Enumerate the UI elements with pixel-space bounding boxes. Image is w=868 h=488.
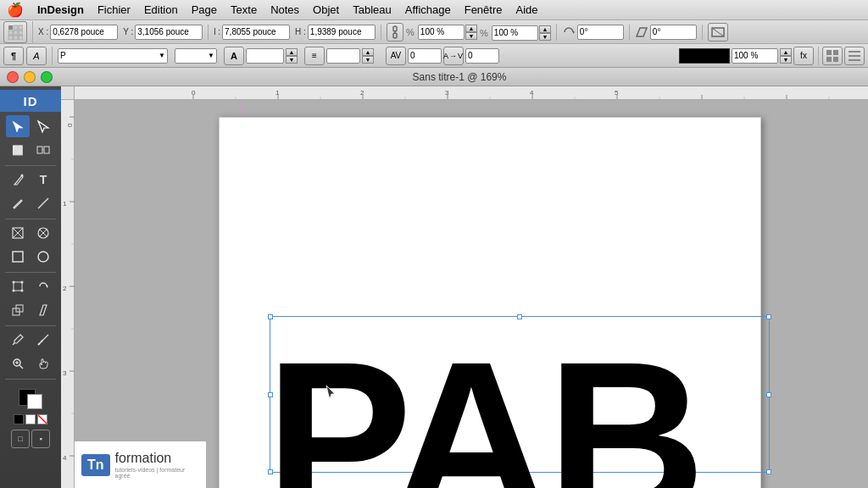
apply-none[interactable] bbox=[37, 414, 47, 424]
free-transform-tool[interactable] bbox=[6, 275, 30, 297]
fx-button[interactable]: fx bbox=[793, 47, 814, 65]
preview-mode-button[interactable]: ▪ bbox=[31, 430, 50, 448]
svg-line-47 bbox=[38, 343, 40, 345]
y-label: Y : bbox=[123, 27, 133, 36]
tool-row-10 bbox=[6, 352, 55, 374]
menu-notes[interactable]: Notes bbox=[264, 0, 306, 19]
large-text-content: PAB bbox=[265, 329, 702, 488]
svg-point-26 bbox=[21, 175, 24, 177]
h-label: H : bbox=[295, 27, 306, 36]
menu-aide[interactable]: Aide bbox=[509, 0, 545, 19]
ellipse-tool[interactable] bbox=[31, 246, 55, 268]
shear-tool[interactable] bbox=[31, 299, 55, 321]
transform-origin-button[interactable] bbox=[3, 21, 27, 43]
hand-tool[interactable] bbox=[31, 352, 55, 374]
menu-edition[interactable]: Edition bbox=[137, 0, 185, 19]
handle-middle-right[interactable] bbox=[766, 392, 771, 397]
normal-mode-button[interactable]: □ bbox=[11, 430, 30, 448]
font-name-dropdown[interactable]: P ▼ bbox=[58, 48, 168, 64]
menu-affichage[interactable]: Affichage bbox=[398, 0, 458, 19]
color-swatch[interactable] bbox=[679, 48, 730, 64]
menu-objet[interactable]: Objet bbox=[306, 0, 346, 19]
svg-rect-3 bbox=[8, 30, 13, 35]
grid-view-button[interactable] bbox=[822, 47, 843, 65]
id-badge: ID bbox=[0, 90, 61, 112]
leading-spin[interactable]: ▲▼ bbox=[362, 48, 374, 64]
rotate-tool[interactable] bbox=[31, 275, 55, 297]
rectangle-frame-tool[interactable] bbox=[6, 222, 30, 244]
leading-input[interactable] bbox=[326, 48, 360, 64]
kerning-button[interactable]: AV bbox=[386, 47, 406, 65]
tool-row-6 bbox=[6, 246, 55, 268]
svg-point-38 bbox=[21, 281, 24, 284]
x-input[interactable] bbox=[50, 25, 118, 40]
rotation-input[interactable] bbox=[577, 25, 624, 40]
svg-rect-2 bbox=[19, 25, 23, 30]
scale-x-spin[interactable]: ▲▼ bbox=[465, 25, 477, 40]
eyedropper-tool[interactable] bbox=[6, 329, 30, 351]
maximize-button[interactable] bbox=[41, 71, 53, 83]
measure-tool[interactable] bbox=[31, 329, 55, 351]
scale-tool[interactable] bbox=[6, 299, 30, 321]
leading-button[interactable]: ≡ bbox=[304, 47, 325, 65]
zoom-tool[interactable] bbox=[6, 352, 30, 374]
scale-y-spin[interactable]: ▲▼ bbox=[539, 25, 551, 41]
line-tool[interactable] bbox=[31, 192, 55, 214]
menu-fenetre[interactable]: Fenêtre bbox=[458, 0, 509, 19]
svg-text:4: 4 bbox=[530, 89, 534, 97]
paragraph-style-button[interactable]: ¶ bbox=[3, 47, 24, 65]
tool-row-7 bbox=[6, 275, 55, 297]
handle-top-right[interactable] bbox=[766, 314, 771, 319]
svg-marker-12 bbox=[573, 30, 575, 34]
ruler-top: 0 1 2 3 4 5 bbox=[61, 86, 868, 100]
ellipse-frame-tool[interactable] bbox=[31, 222, 55, 244]
frame-type-button[interactable] bbox=[708, 23, 728, 42]
menu-indesign[interactable]: InDesign bbox=[31, 0, 91, 19]
h-input[interactable] bbox=[308, 25, 376, 40]
stroke-swatch[interactable] bbox=[27, 394, 42, 409]
tool-row-8 bbox=[6, 299, 55, 321]
list-view-button[interactable] bbox=[844, 47, 865, 65]
svg-text:1: 1 bbox=[63, 200, 67, 208]
chain-proportions-button[interactable] bbox=[387, 23, 403, 42]
pencil-tool[interactable] bbox=[6, 192, 30, 214]
font-style-dropdown[interactable]: ▼ bbox=[175, 48, 217, 64]
pen-tool[interactable] bbox=[6, 169, 30, 191]
scale-x-input[interactable] bbox=[418, 25, 465, 40]
w-input[interactable] bbox=[222, 25, 290, 40]
apple-menu[interactable]: 🍎 bbox=[0, 2, 31, 18]
transform-origin-group bbox=[3, 21, 33, 43]
minimize-button[interactable] bbox=[24, 71, 36, 83]
tracking-input[interactable] bbox=[465, 48, 499, 64]
logo-tn-prefix: Tn bbox=[81, 454, 110, 476]
direct-selection-tool[interactable] bbox=[31, 115, 55, 137]
character-style-button[interactable]: A bbox=[26, 47, 47, 65]
color-spin[interactable]: ▲▼ bbox=[780, 48, 792, 64]
canvas-area[interactable]: PAB Tn formation tutoriels-vidéos | form… bbox=[75, 100, 868, 488]
apply-color[interactable] bbox=[14, 414, 24, 424]
menu-fichier[interactable]: Fichier bbox=[91, 0, 137, 19]
shear-input[interactable] bbox=[650, 25, 697, 40]
page-tool[interactable]: ⬜ bbox=[6, 139, 30, 161]
svg-text:%: % bbox=[480, 28, 488, 38]
font-size-input[interactable] bbox=[246, 48, 284, 64]
apply-gradient[interactable] bbox=[25, 414, 36, 424]
scale-y-input[interactable] bbox=[492, 25, 538, 41]
selection-tool[interactable] bbox=[6, 115, 30, 137]
type-tool[interactable]: T bbox=[31, 169, 55, 191]
close-button[interactable] bbox=[7, 71, 19, 83]
gap-tool[interactable] bbox=[31, 139, 55, 161]
font-size-spin[interactable]: ▲▼ bbox=[286, 48, 298, 64]
menu-page[interactable]: Page bbox=[185, 0, 224, 19]
color-value-input[interactable] bbox=[732, 48, 778, 64]
tracking-button[interactable]: A→V bbox=[443, 47, 464, 65]
menu-tableau[interactable]: Tableau bbox=[346, 0, 398, 19]
tool-row-1 bbox=[6, 115, 55, 137]
menu-texte[interactable]: Texte bbox=[224, 0, 264, 19]
rectangle-tool[interactable] bbox=[6, 246, 30, 268]
handle-bottom-right[interactable] bbox=[766, 469, 771, 474]
y-input[interactable] bbox=[135, 25, 203, 40]
kerning-input[interactable] bbox=[408, 48, 442, 64]
svg-rect-23 bbox=[37, 147, 42, 153]
svg-rect-22 bbox=[849, 59, 860, 61]
